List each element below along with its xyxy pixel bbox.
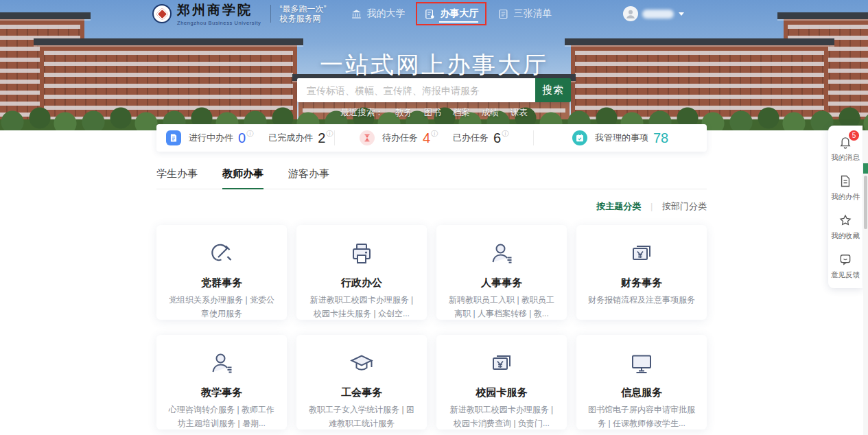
person-icon bbox=[488, 240, 515, 268]
grad-cap-icon bbox=[348, 350, 375, 377]
stat-label: 进行中办件 bbox=[189, 132, 233, 144]
search-input[interactable] bbox=[297, 78, 535, 102]
chevron-down-icon bbox=[679, 12, 684, 16]
recent-term[interactable]: 图书 bbox=[424, 108, 441, 117]
info-icon[interactable]: ⓘ bbox=[326, 129, 333, 139]
filter-by-department[interactable]: 按部门分类 bbox=[662, 201, 707, 211]
card-finance-affairs[interactable]: 财务事务 财务报销流程及注意事项服务 bbox=[576, 225, 707, 320]
quickbar-my-favorites[interactable]: 我的收藏 bbox=[828, 213, 863, 241]
site-slogan: “最多跑一次” 校务服务网 bbox=[279, 4, 326, 23]
recent-term[interactable]: 教务 bbox=[395, 108, 412, 117]
edge-widget[interactable] bbox=[863, 163, 868, 174]
my-status-bar: 进行中办件 0 ⓘ 已完成办件 2 ⓘ 待办任务 4 ⓘ 已办任务 6 ⓘ 我管… bbox=[156, 124, 707, 152]
star-icon bbox=[838, 213, 852, 227]
card-teaching-affairs[interactable]: 教学事务 心理咨询转介服务 | 教师工作坊主题培训服务 | 暑期... bbox=[156, 335, 287, 430]
divider bbox=[270, 5, 271, 23]
card-information-services[interactable]: 信息服务 图书馆电子屏内容申请审批服务 | 任课教师修改学生... bbox=[576, 335, 707, 430]
card-hr-affairs[interactable]: 人事事务 新聘教职员工入职 | 教职员工离职 | 人事档案转移 | 教... bbox=[436, 225, 567, 320]
search-bar: 搜索 bbox=[297, 78, 571, 102]
audience-tabs: 学生办事 教师办事 游客办事 bbox=[156, 167, 707, 189]
tab-teacher-services[interactable]: 教师办事 bbox=[222, 167, 263, 189]
nav-item-service-hall[interactable]: 办事大厅 bbox=[417, 3, 485, 24]
stat-label: 我管理的事项 bbox=[595, 132, 648, 144]
service-category-grid: 党群事务 党组织关系办理服务 | 党委公章使用服务 行政办公 新进教职工校园卡办… bbox=[156, 225, 707, 430]
university-name-en: Zhengzhou Business University bbox=[177, 20, 261, 26]
info-icon[interactable]: ⓘ bbox=[502, 129, 508, 139]
stat-label: 已完成办件 bbox=[268, 132, 313, 144]
recent-term[interactable]: 档案 bbox=[453, 108, 470, 117]
stat-value: 6 bbox=[493, 131, 501, 145]
stat-value: 78 bbox=[653, 131, 668, 145]
stat-label: 待办任务 bbox=[382, 132, 418, 144]
person-icon bbox=[208, 350, 235, 377]
card-campus-card-services[interactable]: 校园卡服务 新进教职工校园卡办理服务 | 校园卡消费查询 | 负责门... bbox=[436, 335, 567, 430]
quickbar-my-messages[interactable]: 5 我的消息 bbox=[828, 135, 863, 163]
info-icon[interactable]: ⓘ bbox=[246, 129, 253, 139]
card-administrative-office[interactable]: 行政办公 新进教职工校园卡办理服务 | 校园卡挂失服务 | 众创空... bbox=[296, 225, 427, 320]
bell-icon bbox=[838, 139, 852, 151]
list-icon bbox=[497, 8, 509, 20]
university-name-cn: 郑州商学院 bbox=[177, 1, 261, 19]
divider: | bbox=[650, 201, 653, 211]
stat-value: 2 bbox=[318, 131, 325, 145]
user-name-redacted bbox=[642, 10, 674, 19]
info-icon[interactable]: ⓘ bbox=[431, 129, 438, 139]
scrollbar-thumb[interactable] bbox=[864, 176, 867, 229]
card-union-affairs[interactable]: 工会事务 教职工子女入学统计服务 | 困难教职工统计服务 bbox=[296, 335, 427, 430]
nav-item-three-lists[interactable]: 三张清单 bbox=[491, 3, 559, 24]
university-logo[interactable]: 郑州商学院 Zhengzhou Business University bbox=[152, 1, 261, 26]
university-emblem-icon bbox=[152, 4, 172, 23]
tab-student-services[interactable]: 学生办事 bbox=[156, 167, 198, 189]
yen-cards-icon bbox=[628, 240, 655, 268]
yen-cards-icon bbox=[488, 350, 515, 377]
document-stat-icon bbox=[166, 130, 181, 145]
filter-by-topic[interactable]: 按主题分类 bbox=[596, 201, 641, 211]
hourglass-stat-icon bbox=[360, 130, 375, 145]
calendar-stat-icon bbox=[572, 130, 587, 145]
nav-menu: 我的大学 办事大厅 三张清单 bbox=[344, 3, 564, 24]
search-button[interactable]: 搜索 bbox=[535, 78, 571, 102]
bank-icon bbox=[351, 8, 362, 20]
main-content: 学生办事 教师办事 游客办事 按主题分类 | 按部门分类 党群事务 党组织关系办… bbox=[156, 130, 707, 430]
quick-action-panel: 5 我的消息 我的办件 我的收藏 意见反馈 bbox=[828, 126, 863, 288]
service-doc-icon bbox=[424, 8, 436, 20]
monitor-icon bbox=[628, 350, 655, 377]
quickbar-my-cases[interactable]: 我的办件 bbox=[828, 174, 863, 202]
classification-filters: 按主题分类 | 按部门分类 bbox=[156, 200, 707, 213]
nav-item-my-university[interactable]: 我的大学 bbox=[344, 3, 412, 24]
quickbar-feedback[interactable]: 意见反馈 bbox=[828, 252, 863, 280]
party-emblem-icon bbox=[208, 240, 235, 268]
top-navbar: 郑州商学院 Zhengzhou Business University “最多跑… bbox=[0, 0, 868, 27]
card-party-affairs[interactable]: 党群事务 党组织关系办理服务 | 党委公章使用服务 bbox=[156, 225, 287, 320]
notification-badge: 5 bbox=[849, 130, 859, 141]
user-menu[interactable] bbox=[623, 6, 684, 21]
stat-label: 已办任务 bbox=[453, 132, 489, 144]
recent-label: 最近搜索： bbox=[340, 108, 384, 117]
recent-searches: 最近搜索：教务图书档案成绩课表 bbox=[0, 107, 868, 119]
stat-value: 4 bbox=[423, 131, 430, 145]
stat-value: 0 bbox=[238, 131, 246, 145]
feedback-icon bbox=[838, 252, 852, 266]
recent-term[interactable]: 课表 bbox=[511, 108, 528, 117]
page-title: 一站式网上办事大厅 bbox=[0, 49, 868, 81]
file-icon bbox=[838, 174, 852, 188]
avatar bbox=[623, 6, 638, 21]
printer-icon bbox=[348, 240, 375, 268]
tab-visitor-services[interactable]: 游客办事 bbox=[288, 167, 329, 189]
recent-term[interactable]: 成绩 bbox=[482, 108, 499, 117]
